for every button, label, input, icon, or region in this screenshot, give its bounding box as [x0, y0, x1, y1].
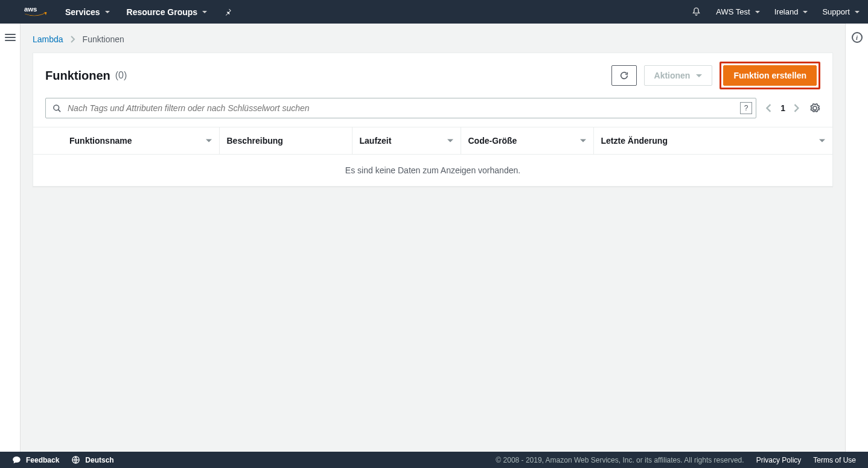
side-nav-toggle[interactable] — [5, 32, 16, 452]
feedback-label: Feedback — [26, 456, 59, 464]
column-description[interactable]: Beschreibung — [219, 127, 352, 155]
aws-logo[interactable]: aws — [24, 5, 48, 19]
support-label: Support — [822, 7, 850, 16]
breadcrumb-root[interactable]: Lambda — [33, 34, 63, 44]
right-rail: i — [845, 24, 868, 452]
search-input[interactable] — [68, 98, 740, 118]
next-page-button[interactable] — [794, 104, 800, 112]
global-top-nav: aws Services Resource Groups AWS Test Ir… — [0, 0, 868, 24]
svg-text:aws: aws — [24, 5, 37, 12]
chevron-left-icon — [766, 104, 772, 112]
prev-page-button[interactable] — [766, 104, 772, 112]
select-all-column[interactable] — [33, 127, 62, 155]
chevron-right-icon — [71, 36, 75, 43]
sort-icon — [447, 139, 453, 143]
notifications-button[interactable] — [691, 7, 701, 17]
chevron-down-icon — [105, 11, 110, 13]
column-function-name[interactable]: Funktionsname — [62, 127, 219, 155]
chevron-right-icon — [794, 104, 800, 112]
pagination: 1 — [766, 103, 800, 113]
globe-icon — [71, 455, 80, 464]
functions-panel: Funktionen (0) Aktionen Funktion erstell… — [33, 53, 833, 187]
left-rail — [0, 24, 21, 452]
account-label: AWS Test — [716, 7, 750, 16]
copyright-text: © 2008 - 2019, Amazon Web Services, Inc.… — [496, 456, 744, 464]
account-menu[interactable]: AWS Test — [716, 7, 759, 16]
create-function-label: Funktion erstellen — [733, 71, 806, 80]
create-function-highlight: Funktion erstellen — [720, 62, 820, 89]
actions-dropdown[interactable]: Aktionen — [644, 65, 713, 86]
column-last-modified[interactable]: Letzte Änderung — [593, 127, 832, 155]
empty-state-row: Es sind keine Daten zum Anzeigen vorhand… — [33, 155, 832, 187]
column-runtime[interactable]: Laufzeit — [352, 127, 461, 155]
language-selector[interactable]: Deutsch — [71, 455, 113, 464]
sort-icon — [819, 139, 825, 143]
chevron-down-icon — [755, 11, 760, 13]
services-menu[interactable]: Services — [65, 7, 110, 17]
refresh-icon — [619, 71, 629, 80]
pin-shortcut[interactable] — [224, 8, 232, 16]
gear-icon — [809, 103, 820, 114]
chevron-down-icon — [696, 74, 702, 77]
resource-groups-label: Resource Groups — [127, 7, 197, 17]
services-label: Services — [65, 7, 100, 17]
global-footer: Feedback Deutsch © 2008 - 2019, Amazon W… — [0, 452, 868, 468]
create-function-button[interactable]: Funktion erstellen — [723, 65, 817, 86]
empty-state-text: Es sind keine Daten zum Anzeigen vorhand… — [33, 155, 832, 187]
terms-of-use-link[interactable]: Terms of Use — [813, 456, 856, 464]
chevron-down-icon — [202, 11, 207, 13]
pin-icon — [224, 8, 232, 16]
bell-icon — [691, 7, 701, 17]
help-panel-toggle[interactable]: i — [852, 32, 863, 43]
breadcrumb-current: Funktionen — [83, 34, 124, 44]
svg-point-1 — [53, 104, 59, 110]
main-content: Lambda Funktionen Funktionen (0) Aktione… — [21, 24, 845, 452]
language-label: Deutsch — [85, 456, 113, 464]
speech-bubble-icon — [12, 455, 21, 464]
sort-icon — [580, 139, 586, 143]
panel-toolbar: ? 1 — [33, 98, 832, 127]
functions-table: Funktionsname Beschreibung Laufzeit Code… — [33, 127, 832, 186]
panel-header: Funktionen (0) Aktionen Funktion erstell… — [33, 53, 832, 98]
actions-label: Aktionen — [654, 71, 691, 80]
page-title: Funktionen — [45, 69, 110, 83]
refresh-button[interactable] — [611, 65, 637, 86]
region-menu[interactable]: Ireland — [774, 7, 808, 16]
svg-line-2 — [58, 109, 60, 112]
search-icon — [46, 104, 68, 113]
search-box[interactable]: ? — [45, 98, 756, 118]
column-code-size[interactable]: Code-Größe — [461, 127, 593, 155]
search-help-button[interactable]: ? — [740, 102, 752, 114]
chevron-down-icon — [803, 11, 808, 13]
table-settings-button[interactable] — [809, 103, 820, 114]
feedback-link[interactable]: Feedback — [12, 455, 59, 464]
item-count: (0) — [115, 70, 127, 81]
breadcrumb: Lambda Funktionen — [33, 30, 833, 53]
sort-icon — [206, 139, 212, 143]
current-page: 1 — [780, 103, 785, 113]
resource-groups-menu[interactable]: Resource Groups — [127, 7, 207, 17]
chevron-down-icon — [855, 11, 860, 13]
support-menu[interactable]: Support — [822, 7, 860, 16]
region-label: Ireland — [774, 7, 799, 16]
privacy-policy-link[interactable]: Privacy Policy — [756, 456, 802, 464]
